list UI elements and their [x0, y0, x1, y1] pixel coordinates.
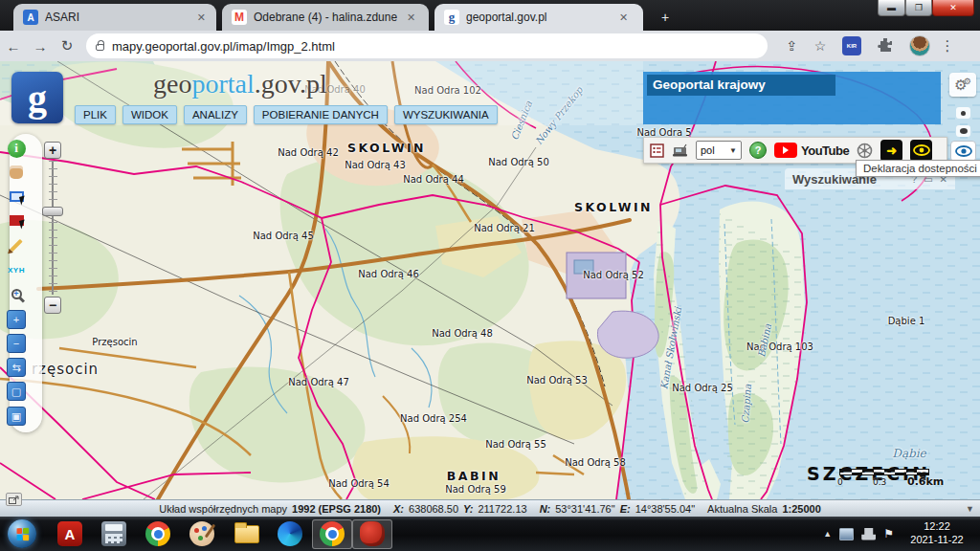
crs-value: 1992 (EPSG 2180): [292, 503, 381, 515]
taskbar-paint[interactable]: [180, 518, 224, 550]
extent-swap-icon: ⇆: [7, 358, 26, 377]
tab-close-icon[interactable]: ✕: [194, 11, 209, 24]
collapsed-panel-dot[interactable]: [956, 107, 970, 119]
map-composition-banner[interactable]: Geoportal krajowy: [643, 72, 941, 124]
slider-zoom-out-button[interactable]: −: [44, 297, 61, 314]
url-omnibox[interactable]: mapy.geoportal.gov.pl/imap/Imgp_2.html: [86, 33, 768, 58]
browser-menu-icon[interactable]: ⋮: [938, 37, 957, 55]
minimize-button[interactable]: ▬: [878, 0, 905, 16]
zoom-slider-track[interactable]: [49, 161, 57, 295]
close-button[interactable]: ✕: [932, 0, 974, 16]
y-label: Y:: [463, 503, 473, 515]
url-text[interactable]: mapy.geoportal.gov.pl/imap/Imgp_2.html: [112, 39, 335, 54]
taskbar-explorer[interactable]: [224, 518, 268, 550]
windows-flag-icon: [16, 527, 29, 540]
new-tab-button[interactable]: +: [657, 9, 674, 26]
zoom-out-button[interactable]: −: [6, 333, 27, 354]
contrast-eye-button[interactable]: [910, 140, 932, 162]
slider-zoom-in-button[interactable]: +: [44, 142, 61, 159]
accessibility-tooltip: Deklaracja dostepności: [856, 160, 980, 177]
menu-widok[interactable]: WIDOK: [122, 105, 177, 124]
action-center-flag-icon[interactable]: ⚑: [883, 527, 894, 540]
screen: A ASARI ✕ M Odebrane (4) - halina.zdunek…: [0, 0, 980, 551]
geoportal-logo[interactable]: g: [11, 72, 63, 123]
dock-panel-button[interactable]: [6, 493, 22, 506]
taskbar-clock[interactable]: 12:22 2021-11-22: [902, 520, 972, 547]
magnifier-plus-icon: +: [11, 289, 22, 299]
reload-icon[interactable]: ↻: [54, 37, 80, 55]
chrome-icon: [145, 521, 170, 546]
next-extent-button[interactable]: ▢: [6, 381, 27, 402]
red-rect-icon: [10, 215, 24, 226]
taskbar-red-app[interactable]: [352, 519, 392, 549]
x-label: X:: [393, 503, 404, 515]
zoom-slider-handle[interactable]: [42, 207, 63, 216]
pan-tool-button[interactable]: [6, 162, 27, 183]
identify-tool-button[interactable]: i: [6, 138, 27, 159]
menu-plik[interactable]: PLIK: [75, 105, 116, 124]
usb-tray-icon[interactable]: [861, 528, 876, 540]
language-select[interactable]: pol▼: [696, 141, 742, 160]
menu-wyszukiwania[interactable]: WYSZUKIWANIA: [394, 105, 498, 124]
tab-asari[interactable]: A ASARI ✕: [13, 4, 216, 31]
full-extent-icon: ▣: [7, 407, 26, 426]
share-icon[interactable]: ⇪: [777, 38, 806, 54]
menu-pobieranie-danych[interactable]: POBIERANIE DANYCH: [254, 105, 388, 124]
zoom-in-button[interactable]: +: [6, 309, 27, 330]
tab-close-icon[interactable]: ✕: [404, 11, 418, 24]
forward-icon[interactable]: →: [27, 38, 54, 55]
clock-time: 12:22: [902, 520, 972, 534]
kir-extension-icon[interactable]: KIR: [842, 36, 861, 55]
full-extent-button[interactable]: ▣: [6, 406, 27, 427]
select-red-rectangle-tool-button[interactable]: [6, 209, 27, 231]
taskbar-adobe-reader[interactable]: A: [48, 518, 92, 550]
collapsed-panel-eye-dot[interactable]: [956, 125, 970, 137]
xyh-coordinates-tool-button[interactable]: XYH: [6, 259, 27, 280]
browser-address-bar: ← → ↻ mapy.geoportal.gov.pl/imap/Imgp_2.…: [0, 31, 980, 61]
extensions-puzzle-icon[interactable]: [871, 37, 900, 55]
taskbar-calculator[interactable]: [92, 518, 136, 550]
start-button[interactable]: [8, 519, 36, 548]
help-button[interactable]: ?: [749, 142, 767, 159]
draw-tool-button[interactable]: [6, 234, 27, 255]
bookmark-star-icon[interactable]: ☆: [806, 38, 835, 54]
gps-device-icon[interactable]: [672, 143, 688, 158]
select-rect-icon: [10, 191, 24, 202]
scale-mid-label: 0.3: [873, 477, 886, 487]
taskbar-chrome[interactable]: [136, 518, 180, 550]
accessibility-wheel-icon[interactable]: [857, 143, 873, 159]
legend-grid-icon[interactable]: [650, 143, 664, 158]
scale-end-label: 0.6km: [907, 475, 944, 488]
menu-analizy[interactable]: ANALIZY: [184, 105, 247, 124]
maximize-button[interactable]: ❐: [905, 0, 932, 16]
tab-geoportal-active[interactable]: g geoportal.gov.pl ✕: [434, 4, 643, 31]
scale-zero-label: 0: [837, 477, 843, 487]
banner-title: Geoportal krajowy: [653, 77, 766, 92]
crs-prefix: Układ współrzędnych mapy: [159, 503, 287, 515]
e-value: 14°38'55.04": [635, 503, 695, 515]
map-status-bar: Układ współrzędnych mapy 1992 (EPSG 2180…: [0, 499, 980, 517]
display-tray-icon[interactable]: [839, 528, 854, 540]
title-portal: portal: [191, 69, 254, 99]
taskbar-edge[interactable]: [268, 518, 312, 550]
statusbar-dropdown-icon[interactable]: ▼: [966, 504, 974, 514]
tab-close-icon[interactable]: ✕: [616, 11, 631, 24]
tab-title: ASARI: [45, 11, 188, 24]
previous-extent-button[interactable]: ⇆: [6, 357, 27, 378]
select-rectangle-tool-button[interactable]: [6, 186, 27, 207]
contrast-arrow-button[interactable]: ➜: [880, 140, 902, 162]
clock-date: 2021-11-22: [902, 534, 972, 547]
zoom-window-tool-button[interactable]: +: [6, 283, 27, 304]
youtube-link[interactable]: YouTube: [774, 143, 849, 158]
map-canvas[interactable]: [0, 61, 980, 499]
hidden-icons-arrow[interactable]: ▲: [823, 529, 832, 539]
zoom-in-icon: +: [7, 310, 26, 329]
tab-gmail[interactable]: M Odebrane (4) - halina.zdunek@in ✕: [222, 4, 429, 31]
taskbar-chrome-active[interactable]: [312, 519, 352, 549]
profile-avatar[interactable]: [909, 35, 930, 56]
lock-icon[interactable]: [96, 44, 104, 51]
back-icon[interactable]: ←: [0, 38, 27, 55]
gmail-favicon-icon: M: [232, 10, 247, 25]
visibility-eye-button[interactable]: [950, 141, 976, 162]
settings-gears-button[interactable]: ⚙⚙: [949, 73, 976, 97]
